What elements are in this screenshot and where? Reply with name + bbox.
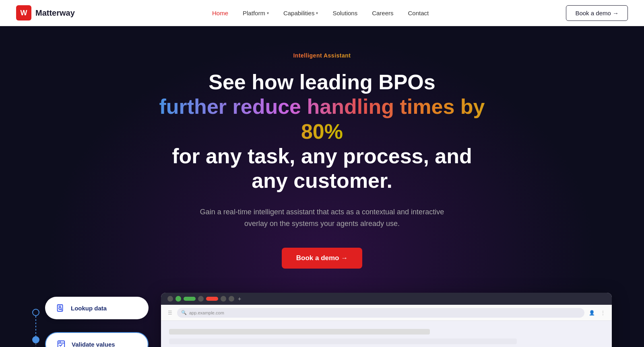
step-dot-2 [32,336,39,343]
logo[interactable]: W Matterway [16,5,75,21]
browser-body: Helping you lookup and validate contract… [161,321,612,347]
nav-contact[interactable]: Contact [408,10,429,16]
svg-rect-0 [58,305,63,312]
hero-gradient-text: further reduce handling times by 80% [159,95,485,143]
steps-pills: Lookup data Validate values [45,293,149,347]
hero-subtitle: Gain a real-time intelligent assistant t… [189,206,455,230]
navbar-book-demo-button[interactable]: Book a demo → [566,5,628,21]
platform-chevron-icon: ▾ [267,11,269,15]
window-icon-2 [221,296,226,302]
toolbar-menu-icon[interactable]: ⋮ [599,310,607,316]
window-add-icon[interactable]: + [237,296,242,302]
browser-titlebar: + [161,293,612,305]
step-1-row: Lookup data [45,297,149,319]
step-2-row: Validate values [45,332,149,347]
step-dot-1 [32,309,39,316]
connector-1-2 [35,316,36,336]
step-connectors [32,293,39,347]
nav-home[interactable]: Home [212,10,228,16]
hero-section: Intelligent Assistant See how leading BP… [0,0,644,347]
search-icon-small: 🔍 [181,310,187,315]
browser-toolbar: ☰ 🔍 app.example.com 👤 ⋮ [161,305,612,321]
navbar: W Matterway Home Platform ▾ Capabilities… [0,0,644,26]
svg-point-1 [59,307,61,310]
window-min-btn[interactable] [175,296,181,302]
window-close-btn[interactable] [167,296,173,302]
logo-icon: W [16,5,31,21]
nav-careers[interactable]: Careers [372,10,393,16]
toolbar-icon-1[interactable]: ☰ [166,310,174,316]
nav-solutions[interactable]: Solutions [332,10,357,16]
window-title-bar [184,297,196,301]
address-bar[interactable]: 🔍 app.example.com [177,308,584,318]
window-icon-3 [229,296,234,302]
hero-tag: Intelligent Assistant [293,52,351,59]
hero-cta-button[interactable]: Book a demo → [282,248,362,269]
window-url-bar [206,297,218,301]
content-row-2 [169,339,517,344]
nav-platform[interactable]: Platform ▾ [243,10,269,16]
window-max-icon [198,296,204,302]
svg-rect-3 [58,341,65,347]
toolbar-person-icon[interactable]: 👤 [588,310,596,316]
demo-area: Lookup data Validate values [0,293,644,347]
step-1-label: Lookup data [71,305,107,312]
logo-name: Matterway [35,8,75,18]
step-validate-pill[interactable]: Validate values [45,332,149,347]
hero-title: See how leading BPOs further reduce hand… [157,70,487,193]
browser-mockup: + ☰ 🔍 app.example.com 👤 ⋮ [161,293,612,347]
address-text: app.example.com [189,310,224,315]
browser-content [161,321,612,347]
validate-icon [56,339,67,347]
nav-links: Home Platform ▾ Capabilities ▾ Solutions… [212,10,429,16]
content-row-1 [169,329,430,335]
connector-2-3 [35,343,36,347]
capabilities-chevron-icon: ▾ [316,11,318,15]
step-lookup-pill[interactable]: Lookup data [45,297,149,319]
nav-capabilities[interactable]: Capabilities ▾ [283,10,318,16]
steps-column: Lookup data Validate values [32,293,149,347]
lookup-icon [55,302,66,314]
window-controls: + [167,296,242,302]
step-2-label: Validate values [72,341,115,347]
